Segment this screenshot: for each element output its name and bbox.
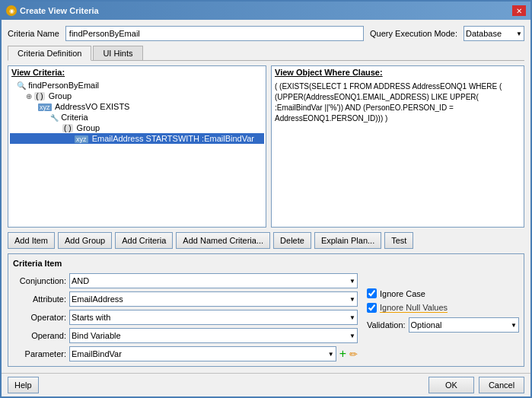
cancel-button[interactable]: Cancel bbox=[479, 377, 524, 393]
where-clause-text: ( (EXISTS(SELECT 1 FROM ADDRESS AddressE… bbox=[272, 78, 524, 227]
conjunction-label: Conjunction: bbox=[13, 276, 66, 285]
delete-button[interactable]: Delete bbox=[273, 232, 311, 249]
conjunction-select[interactable]: AND bbox=[69, 273, 358, 288]
main-toolbar: Add Item Add Group Add Criteria Add Name… bbox=[8, 232, 524, 249]
tree-label-group2: Group bbox=[77, 123, 100, 132]
operator-row: Operator: Starts with bbox=[13, 310, 358, 325]
criteria-name-row: Criteria Name Query Execution Mode: Data… bbox=[8, 26, 524, 41]
validation-select[interactable]: Optional bbox=[409, 317, 519, 333]
add-criteria-button[interactable]: Add Criteria bbox=[115, 232, 173, 249]
criteria-tree[interactable]: 🔍 findPersonByEmail ⊕ ( ) Group xyz bbox=[8, 78, 266, 227]
operator-select[interactable]: Starts with bbox=[69, 310, 358, 325]
conjunction-row: Conjunction: AND bbox=[13, 273, 358, 288]
criteria-name-label: Criteria Name bbox=[8, 29, 59, 38]
ignore-case-row: Ignore Case bbox=[367, 288, 519, 298]
query-mode-select[interactable]: Database bbox=[464, 26, 524, 41]
ignore-case-label: Ignore Case bbox=[380, 289, 425, 298]
validation-row: Validation: Optional bbox=[367, 317, 519, 333]
tree-label-group1: Group bbox=[49, 91, 72, 100]
parameter-row: Parameter: EmailBindVar + ✏ bbox=[13, 346, 358, 361]
title-bar: ◉ Create View Criteria ✕ bbox=[2, 2, 530, 20]
tree-node-criteria[interactable]: 🔧 Criteria bbox=[10, 112, 264, 123]
tab-ui-hints[interactable]: UI Hints bbox=[93, 46, 142, 60]
edit-parameter-button[interactable]: ✏ bbox=[349, 349, 358, 360]
tree-label-addressvo: AddressVO EXISTS bbox=[55, 102, 129, 111]
ignore-case-checkbox[interactable] bbox=[367, 288, 377, 298]
tree-node-group2[interactable]: ( ) Group bbox=[10, 123, 264, 133]
parameter-select[interactable]: EmailBindVar bbox=[69, 346, 336, 361]
tab-bar: Criteria Definition UI Hints bbox=[8, 46, 524, 61]
main-window: ◉ Create View Criteria ✕ Criteria Name Q… bbox=[0, 0, 532, 398]
add-parameter-button[interactable]: + bbox=[339, 348, 346, 360]
explain-plan-button[interactable]: Explain Plan... bbox=[314, 232, 381, 249]
window-icon: ◉ bbox=[6, 5, 17, 16]
test-button[interactable]: Test bbox=[384, 232, 413, 249]
ignore-null-label: Ignore Null Values bbox=[380, 303, 448, 313]
tab-criteria-definition[interactable]: Criteria Definition bbox=[8, 46, 91, 61]
ok-button[interactable]: OK bbox=[428, 377, 474, 393]
view-criteria-label: View Criteria: bbox=[8, 66, 266, 78]
add-named-criteria-button[interactable]: Add Named Criteria... bbox=[176, 232, 270, 249]
where-clause-panel: View Object Where Clause: ( (EXISTS(SELE… bbox=[271, 65, 524, 228]
tree-icon-addressvo: xyz bbox=[38, 103, 52, 111]
where-clause-label: View Object Where Clause: bbox=[272, 66, 524, 78]
attribute-row: Attribute: EmailAddress bbox=[13, 291, 358, 307]
tree-icon-criteria: 🔧 bbox=[50, 114, 59, 122]
operator-label: Operator: bbox=[13, 313, 66, 322]
tree-label-root: findPersonByEmail bbox=[28, 81, 99, 90]
criteria-item-section: Criteria Item Conjunction: AND bbox=[8, 253, 524, 367]
attribute-select[interactable]: EmailAddress bbox=[69, 291, 358, 307]
tree-node-addressvo[interactable]: xyz AddressVO EXISTS bbox=[10, 101, 264, 112]
validation-label: Validation: bbox=[367, 320, 406, 330]
tree-icon-group1: ⊕ bbox=[26, 92, 32, 100]
tree-node-group1[interactable]: ⊕ ( ) Group bbox=[10, 91, 264, 101]
attribute-label: Attribute: bbox=[13, 295, 66, 304]
tree-node-root[interactable]: 🔍 findPersonByEmail bbox=[10, 80, 264, 91]
tree-node-emailaddress[interactable]: xyz EmailAddress STARTSWITH :EmailBindVa… bbox=[10, 133, 264, 144]
tree-icon-email: xyz bbox=[75, 135, 88, 143]
tree-label-email: EmailAddress STARTSWITH :EmailBindVar bbox=[92, 134, 254, 143]
window-title: Create View Criteria bbox=[20, 6, 99, 15]
ignore-null-row: Ignore Null Values bbox=[367, 303, 519, 313]
tree-icon-root: 🔍 bbox=[17, 81, 26, 90]
close-button[interactable]: ✕ bbox=[512, 5, 526, 16]
operand-row: Operand: Bind Variable bbox=[13, 328, 358, 343]
criteria-item-title: Criteria Item bbox=[13, 259, 519, 268]
help-button[interactable]: Help bbox=[8, 377, 39, 393]
query-mode-label: Query Execution Mode: bbox=[370, 29, 457, 38]
tree-label-criteria: Criteria bbox=[61, 113, 88, 122]
bottom-bar: Help OK Cancel bbox=[2, 373, 530, 396]
criteria-name-input[interactable] bbox=[65, 26, 364, 41]
operand-select[interactable]: Bind Variable bbox=[69, 328, 358, 343]
view-criteria-panel: View Criteria: 🔍 findPersonByEmail ⊕ ( )… bbox=[8, 65, 266, 228]
add-item-button[interactable]: Add Item bbox=[8, 232, 55, 249]
add-group-button[interactable]: Add Group bbox=[58, 232, 112, 249]
operand-label: Operand: bbox=[13, 331, 66, 340]
parameter-label: Parameter: bbox=[13, 349, 66, 358]
ignore-null-checkbox[interactable] bbox=[367, 303, 377, 313]
